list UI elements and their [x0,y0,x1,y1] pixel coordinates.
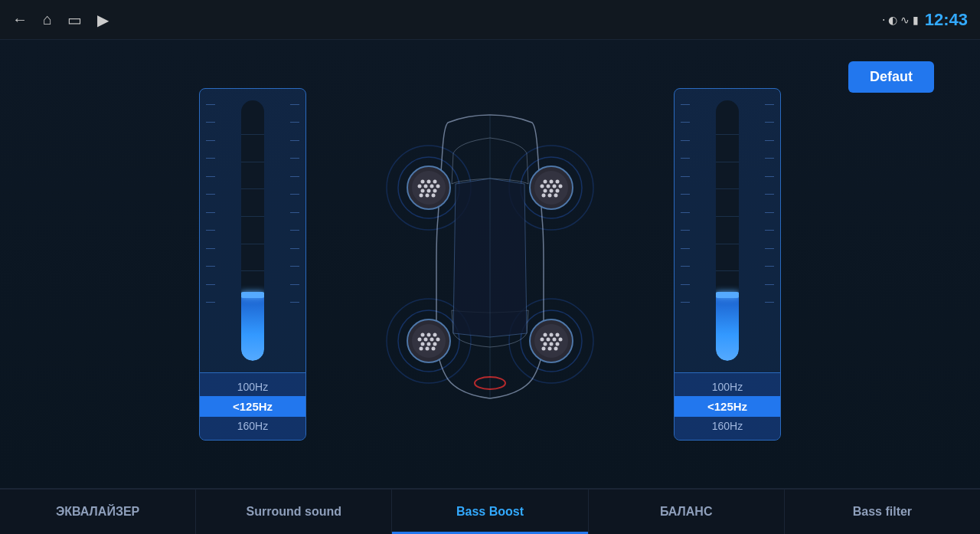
status-area: ⋅ ◐ ∿ ▮ 12:43 [882,10,968,30]
left-slider-track-area[interactable] [200,89,305,372]
svg-point-23 [426,193,430,197]
svg-point-41 [412,324,446,358]
svg-point-38 [548,193,552,197]
tab-bass-filter[interactable]: Bass filter [785,490,980,534]
freq-100hz-left[interactable]: 100Hz [237,379,268,395]
svg-point-69 [554,346,558,350]
left-slider-thumb[interactable] [241,292,264,298]
svg-point-64 [544,342,547,346]
tick [290,284,299,285]
svg-point-50 [427,342,431,346]
svg-point-48 [436,337,440,341]
tick [681,302,690,303]
svg-point-28 [550,179,554,183]
svg-point-52 [420,346,423,350]
right-freq-panel: 100Hz <125Hz 160Hz [675,372,780,440]
right-slider-fill [716,296,739,361]
freq-125hz-right[interactable]: <125Hz [675,396,780,417]
car-svg [375,103,605,425]
svg-point-54 [432,346,436,350]
tick [290,230,299,231]
svg-point-32 [553,184,557,188]
back-icon[interactable]: ← [12,11,28,28]
tick [290,122,299,123]
svg-point-42 [421,333,425,336]
svg-point-46 [424,337,428,341]
tick [290,140,299,141]
tick [765,104,774,105]
right-slider-thumb[interactable] [716,292,739,298]
svg-point-21 [433,188,437,192]
tick [681,140,690,141]
tab-balance[interactable]: БАЛАНС [589,490,785,534]
left-eq-panel: 100Hz <125Hz 160Hz [199,88,306,441]
tick [206,158,215,159]
svg-point-67 [542,346,546,350]
tab-equalizer[interactable]: ЭКВАЛАЙЗЕР [0,490,196,534]
left-slider-fill [241,296,264,361]
svg-point-56 [534,324,568,358]
tick [681,122,690,123]
tick [681,230,690,231]
svg-point-11 [412,171,446,205]
tick [206,302,215,303]
right-tick-marks-right-panel [765,104,774,303]
freq-160hz-right[interactable]: 160Hz [712,418,743,434]
tick [681,212,690,213]
right-slider-track-area[interactable] [675,89,780,372]
svg-point-65 [550,342,554,346]
right-slider-track[interactable] [716,100,739,361]
tick [681,266,690,267]
wifi-icon: ∿ [900,14,910,26]
home-icon[interactable]: ⌂ [43,11,52,28]
svg-point-58 [550,333,554,336]
tab-bass-boost[interactable]: Bass Boost [392,490,588,534]
tick [206,104,215,105]
tick [290,158,299,159]
tick [681,158,690,159]
svg-point-14 [433,179,437,183]
svg-point-31 [547,184,550,188]
tick [206,212,215,213]
freq-125hz-left[interactable]: <125Hz [200,396,305,417]
car-visualization [306,88,674,441]
svg-point-12 [421,179,425,183]
svg-point-26 [534,171,568,205]
tab-surround[interactable]: Surround sound [196,490,392,534]
main-content: Defaut [0,40,980,488]
tick [765,212,774,213]
tick [290,194,299,195]
svg-point-62 [553,337,557,341]
tick [290,302,299,303]
svg-point-57 [544,333,547,336]
svg-point-59 [556,333,560,336]
svg-point-16 [424,184,428,188]
svg-point-47 [430,337,434,341]
svg-point-37 [542,193,546,197]
bottom-navigation: ЭКВАЛАЙЗЕР Surround sound Bass Boost БАЛ… [0,488,980,534]
svg-point-44 [433,333,437,336]
tick [290,248,299,249]
tick [765,248,774,249]
svg-point-68 [548,346,552,350]
tick [765,194,774,195]
svg-point-53 [426,346,430,350]
svg-point-18 [436,184,440,188]
tick [290,266,299,267]
tick [765,266,774,267]
svg-point-30 [541,184,544,188]
nav-controls: ← ⌂ ▭ ▶ [12,11,109,29]
left-slider-track[interactable] [241,100,264,361]
svg-point-36 [556,188,560,192]
media-icon[interactable]: ▶ [97,11,109,29]
svg-point-35 [550,188,554,192]
freq-100hz-right[interactable]: 100Hz [712,379,743,395]
tick [765,176,774,177]
window-icon[interactable]: ▭ [67,11,82,29]
freq-160hz-left[interactable]: 160Hz [237,418,268,434]
battery-icon: ▮ [913,14,919,26]
tick [290,212,299,213]
tick [290,176,299,177]
default-button[interactable]: Defaut [848,61,934,93]
left-tick-marks-right-panel [681,104,690,303]
